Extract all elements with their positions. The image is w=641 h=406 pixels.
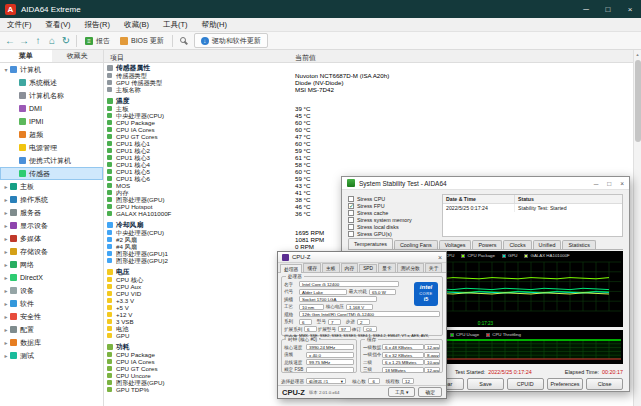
preferences-button[interactable]: Preferences xyxy=(547,378,584,390)
stress-option[interactable]: Stress GPU(s) xyxy=(348,230,438,237)
log-row[interactable]: 2022/5/25 0:17:24Stability Test: Started xyxy=(443,204,622,212)
checkbox-icon[interactable] xyxy=(348,210,354,216)
scrollbar-thumb[interactable] xyxy=(635,60,641,142)
stress-option[interactable]: ✓Stress FPU xyxy=(348,202,438,209)
sidebar-item[interactable]: ▸DirectX xyxy=(0,271,103,284)
back-icon[interactable]: ← xyxy=(3,33,17,49)
forward-icon[interactable]: → xyxy=(17,33,31,49)
minimize-button[interactable]: ─ xyxy=(575,0,597,18)
processor-select[interactable]: 处理器 #1▾ xyxy=(306,378,346,384)
stability-tab[interactable]: Voltages xyxy=(439,240,472,249)
sensor-row[interactable]: CPU1 核心560 °C xyxy=(104,168,633,175)
menu-item[interactable]: 帮助(H) xyxy=(195,20,234,30)
content-scrollbar[interactable]: ▲ xyxy=(633,50,641,406)
sensor-row[interactable]: CPU1 核心361 °C xyxy=(104,154,633,161)
ok-button[interactable]: 确定 xyxy=(418,387,442,397)
sidebar-item[interactable]: 系统概述 xyxy=(0,76,103,89)
checkbox-icon[interactable] xyxy=(348,217,354,223)
cpuid-button[interactable]: CPUID xyxy=(507,378,544,390)
checkbox-icon[interactable] xyxy=(348,231,354,237)
cpuz-tab[interactable]: 处理器 xyxy=(280,264,302,273)
stress-option[interactable]: Stress system memory xyxy=(348,216,438,223)
sensor-row[interactable]: CPU1 核心160 °C xyxy=(104,140,633,147)
stability-minimize-icon[interactable]: ─ xyxy=(594,180,599,187)
stability-maximize-icon[interactable]: □ xyxy=(607,180,611,187)
sidebar-item[interactable]: ▸存储设备 xyxy=(0,245,103,258)
report-button[interactable]: ≡ 报告 xyxy=(80,35,115,47)
cpuz-tab[interactable]: 内存 xyxy=(341,263,359,272)
sidebar-item[interactable]: ▸主板 xyxy=(0,180,103,193)
sensor-row[interactable]: CPU1 核心458 °C xyxy=(104,161,633,168)
sidebar-item[interactable]: 电源管理 xyxy=(0,141,103,154)
stress-option[interactable]: Stress cache xyxy=(348,209,438,216)
sidebar-tab[interactable]: 菜单 xyxy=(0,50,52,62)
stability-tab[interactable]: Powers xyxy=(472,240,502,249)
sensor-row[interactable]: 传感器类型Nuvoton NCT6687D-M (ISA A20h) xyxy=(104,72,633,79)
sidebar-item[interactable]: 计算机名称 xyxy=(0,89,103,102)
cpuz-tab[interactable]: 主板 xyxy=(322,263,340,272)
stability-tab[interactable]: Cooling Fans xyxy=(394,240,438,249)
stability-close-icon[interactable]: × xyxy=(620,180,624,187)
sensor-row[interactable]: 主板39 °C xyxy=(104,105,633,112)
sensor-row[interactable]: 中央处理器(CPU)45 °C xyxy=(104,112,633,119)
sensor-row[interactable]: CPU GT Cores47 °C xyxy=(104,133,633,140)
sensor-row[interactable]: CPU IA Cores60 °C xyxy=(104,126,633,133)
tools-button[interactable]: 工具 ▾ xyxy=(388,387,415,397)
menu-item[interactable]: 收藏(B) xyxy=(117,20,156,30)
sidebar-item[interactable]: ▸操作系统 xyxy=(0,193,103,206)
stability-tab[interactable]: Clocks xyxy=(503,240,531,249)
checkbox-icon[interactable] xyxy=(348,196,354,202)
sensor-row[interactable]: CPU1 核心259 °C xyxy=(104,147,633,154)
menu-item[interactable]: 工具(T) xyxy=(156,20,195,30)
sidebar-item[interactable]: ▸测试 xyxy=(0,349,103,362)
stress-option[interactable]: Stress CPU xyxy=(348,195,438,202)
sidebar-item[interactable]: ▸多媒体 xyxy=(0,232,103,245)
cpuz-tab[interactable]: 关于 xyxy=(425,263,443,272)
driver-update-button[interactable]: ↓ 驱动和软件更新 xyxy=(194,33,268,48)
cpuz-tab[interactable]: 缓存 xyxy=(303,263,321,272)
save-button[interactable]: Save xyxy=(467,378,504,390)
main-titlebar[interactable]: A AIDA64 Extreme ─ □ × xyxy=(0,0,641,18)
sensor-row[interactable]: CPU Package60 °C xyxy=(104,119,633,126)
maximize-button[interactable]: □ xyxy=(597,0,619,18)
sidebar-item[interactable]: 传感器 xyxy=(0,167,103,180)
stability-tab[interactable]: Statistics xyxy=(562,240,596,249)
search-icon[interactable] xyxy=(180,37,186,43)
sidebar-item[interactable]: IPMI xyxy=(0,115,103,128)
cpuz-tab[interactable]: SPD xyxy=(359,264,377,272)
menu-item[interactable]: 报告(R) xyxy=(78,20,117,30)
checkbox-icon[interactable]: ✓ xyxy=(348,203,354,209)
sidebar-item[interactable]: ▸服务器 xyxy=(0,206,103,219)
stress-option[interactable]: Stress local disks xyxy=(348,223,438,230)
sidebar-item[interactable]: ▸设备 xyxy=(0,284,103,297)
sidebar-item[interactable]: 超频 xyxy=(0,128,103,141)
sidebar-item[interactable]: ▾计算机 xyxy=(0,63,103,76)
sidebar-item[interactable]: DMI xyxy=(0,102,103,115)
scroll-up-icon[interactable]: ▲ xyxy=(634,50,641,59)
cpuz-tab[interactable]: 测试分数 xyxy=(397,263,424,272)
sidebar-tab[interactable]: 收藏夹 xyxy=(52,50,104,62)
menu-item[interactable]: 查看(V) xyxy=(39,20,78,30)
stability-titlebar[interactable]: System Stability Test - AIDA64 ─ □ × xyxy=(342,177,629,190)
sidebar-item[interactable]: ▸安全性 xyxy=(0,310,103,323)
sidebar-item[interactable]: ▸配置 xyxy=(0,323,103,336)
close-button[interactable]: Close xyxy=(586,378,623,390)
cpuz-tab[interactable]: 显卡 xyxy=(378,263,396,272)
close-button[interactable]: × xyxy=(619,0,641,18)
sensor-row[interactable]: GPU 传感器类型Diode (NV-Diode) xyxy=(104,79,633,86)
menu-item[interactable]: 文件(F) xyxy=(0,20,39,30)
sidebar-item[interactable]: ▸软件 xyxy=(0,297,103,310)
sidebar-item[interactable]: ▸网络 xyxy=(0,258,103,271)
up-icon[interactable]: ↑ xyxy=(31,33,45,49)
checkbox-icon[interactable] xyxy=(348,224,354,230)
cpuz-titlebar[interactable]: CPU-Z × xyxy=(278,252,446,263)
home-icon[interactable]: ⌂ xyxy=(45,33,59,49)
stability-tab[interactable]: Temperatures xyxy=(348,238,393,249)
sidebar-item[interactable]: ▸数据库 xyxy=(0,336,103,349)
sensor-row[interactable]: 主板名称MSI MS-7D42 xyxy=(104,86,633,93)
bios-update-button[interactable]: BIOS 更新 xyxy=(115,35,169,47)
stability-tab[interactable]: Unified xyxy=(533,240,562,249)
sidebar-item[interactable]: ▸显示设备 xyxy=(0,219,103,232)
refresh-icon[interactable]: ↻ xyxy=(59,33,73,49)
sidebar-item[interactable]: 便携式计算机 xyxy=(0,154,103,167)
